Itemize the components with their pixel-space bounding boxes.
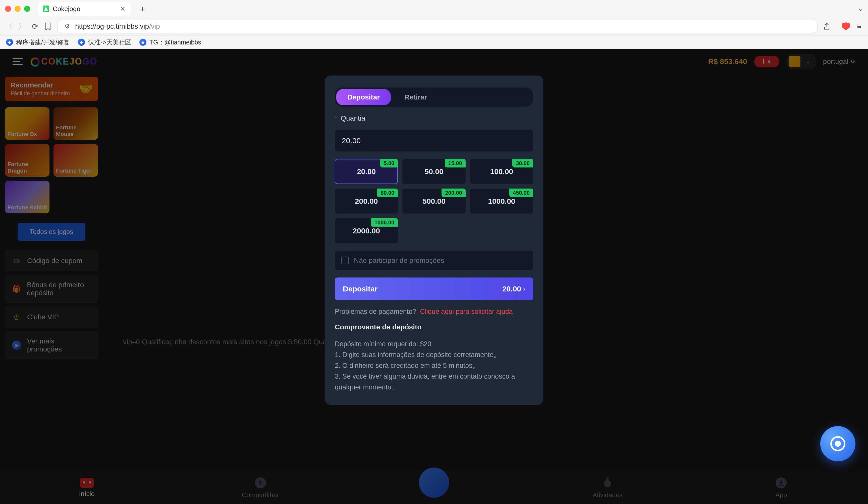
deposit-modal: Depositar Retirar *Quantia 20.00 5.0020.…	[325, 75, 543, 405]
nav-back-icon[interactable]: 〈	[5, 23, 12, 30]
url-input[interactable]: ⚙ https://pg-pc.timibbs.vip/vip	[57, 20, 817, 33]
required-asterisk-icon: *	[335, 115, 337, 122]
amount-option[interactable]: 450.001000.00	[470, 188, 533, 214]
bookmark-favicon-icon: ◆	[6, 39, 13, 46]
address-bar: 〈 〉 ⟳ ⚙ https://pg-pc.timibbs.vip/vip ≡	[0, 18, 868, 35]
browser-tab[interactable]: Cokejogo ✕	[38, 2, 131, 16]
tab-bar: Cokejogo ✕ ＋ ⌄	[0, 0, 868, 18]
amount-option[interactable]: 15.0050.00	[402, 159, 465, 184]
window-controls	[5, 6, 30, 12]
divider	[836, 22, 836, 31]
bonus-tag: 1000.00	[371, 218, 398, 227]
modal-tab-switch: Depositar Retirar	[335, 88, 533, 106]
chevron-right-icon: ›	[523, 285, 525, 292]
info-min-req: Depósito mínimo requerido: $20	[335, 338, 533, 349]
tab-withdraw[interactable]: Retirar	[393, 89, 438, 105]
tab-deposit[interactable]: Depositar	[336, 89, 391, 105]
amount-value: 20.00	[357, 167, 376, 176]
submit-label: Depositar	[343, 285, 378, 293]
bonus-tag: 30.00	[513, 159, 533, 167]
bonus-tag: 5.00	[380, 159, 398, 167]
checkbox-label: Não participar de promoções	[354, 256, 444, 264]
deposit-submit-button[interactable]: Depositar 20.00›	[335, 277, 533, 300]
bonus-tag: 15.00	[445, 159, 466, 167]
share-icon[interactable]	[823, 23, 830, 30]
help-link[interactable]: Clique aqui para solicitar ajuda	[420, 308, 513, 315]
bookmark-favicon-icon: ◆	[140, 39, 146, 46]
info-line: 3. Se você tiver alguma dúvida, entre em…	[335, 371, 533, 393]
amount-option[interactable]: 30.00100.00	[470, 159, 533, 184]
submit-amount: 20.00	[502, 285, 521, 293]
amount-label-text: Quantia	[341, 114, 365, 122]
tab-title: Cokejogo	[53, 5, 116, 13]
bonus-tag: 200.00	[442, 188, 465, 197]
amount-value: 2000.00	[353, 226, 380, 235]
amount-options-grid: 5.0020.00 15.0050.00 30.00100.00 80.0020…	[335, 159, 533, 243]
url-text: https://pg-pc.timibbs.vip/vip	[75, 22, 160, 30]
amount-field-label: *Quantia	[335, 114, 533, 122]
amount-value: 1000.00	[488, 197, 515, 205]
app-viewport: COKEJOGO R$ 853.640 ⌄ portugal ⟳ Recomen…	[0, 49, 868, 504]
new-tab-button[interactable]: ＋	[138, 3, 147, 14]
nav-reload-icon[interactable]: ⟳	[31, 23, 39, 30]
help-question: Problemas de pagamento?	[335, 308, 416, 315]
bookmark-favicon-icon: ◆	[78, 39, 85, 46]
bookmark-label: 程序搭建/开发/修复	[16, 38, 70, 47]
headset-icon	[830, 436, 845, 451]
help-row: Problemas de pagamento? Clique aqui para…	[335, 308, 533, 315]
window-maximize-button[interactable]	[24, 6, 30, 12]
amount-option[interactable]: 1000.002000.00	[335, 218, 398, 243]
bookmarks-bar: ◆程序搭建/开发/修复 ◆认准->天美社区 ◆TG：@tianmeibbs	[0, 35, 868, 49]
bookmark-icon[interactable]	[44, 23, 52, 30]
tab-close-icon[interactable]: ✕	[120, 5, 126, 13]
deposit-info: Depósito mínimo requerido: $20 1. Digite…	[335, 338, 533, 393]
opt-out-checkbox-row[interactable]: Não participar de promoções	[335, 251, 533, 270]
bookmark-item[interactable]: ◆TG：@tianmeibbs	[140, 38, 201, 47]
bookmark-item[interactable]: ◆认准->天美社区	[78, 38, 131, 47]
tab-overflow-icon[interactable]: ⌄	[858, 5, 863, 12]
amount-input[interactable]: 20.00	[335, 130, 533, 151]
amount-value: 200.00	[355, 197, 378, 205]
amount-value: 500.00	[422, 197, 446, 205]
url-scheme: https://	[75, 22, 96, 30]
window-close-button[interactable]	[5, 6, 11, 12]
browser-chrome: Cokejogo ✕ ＋ ⌄ 〈 〉 ⟳ ⚙ https://pg-pc.tim…	[0, 0, 868, 49]
url-host: pg-pc.timibbs.vip	[96, 22, 149, 30]
menu-icon[interactable]: ≡	[856, 23, 863, 30]
amount-option[interactable]: 5.0020.00	[335, 159, 398, 184]
bonus-tag: 450.00	[509, 188, 533, 197]
bookmark-item[interactable]: ◆程序搭建/开发/修复	[6, 38, 70, 47]
bookmark-label: TG：@tianmeibbs	[149, 38, 201, 47]
checkbox-icon[interactable]	[341, 257, 349, 264]
amount-value: 50.00	[424, 167, 443, 176]
proof-section-title: Comprovante de depósito	[335, 323, 533, 331]
bonus-tag: 80.00	[377, 188, 398, 197]
site-settings-icon[interactable]: ⚙	[63, 23, 71, 30]
shield-icon[interactable]	[842, 22, 850, 30]
bookmark-label: 认准->天美社区	[88, 38, 131, 47]
info-line: 2. O dinheiro será creditado em até 5 mi…	[335, 360, 533, 371]
nav-forward-icon[interactable]: 〉	[18, 23, 25, 30]
support-fab[interactable]	[820, 426, 856, 461]
url-path: /vip	[149, 22, 160, 30]
tab-favicon-icon	[43, 6, 49, 12]
window-minimize-button[interactable]	[14, 6, 21, 12]
amount-option[interactable]: 80.00200.00	[335, 188, 398, 214]
info-line: 1. Digite suas informações de depósito c…	[335, 349, 533, 360]
amount-option[interactable]: 200.00500.00	[402, 188, 465, 214]
amount-value: 100.00	[490, 167, 513, 176]
